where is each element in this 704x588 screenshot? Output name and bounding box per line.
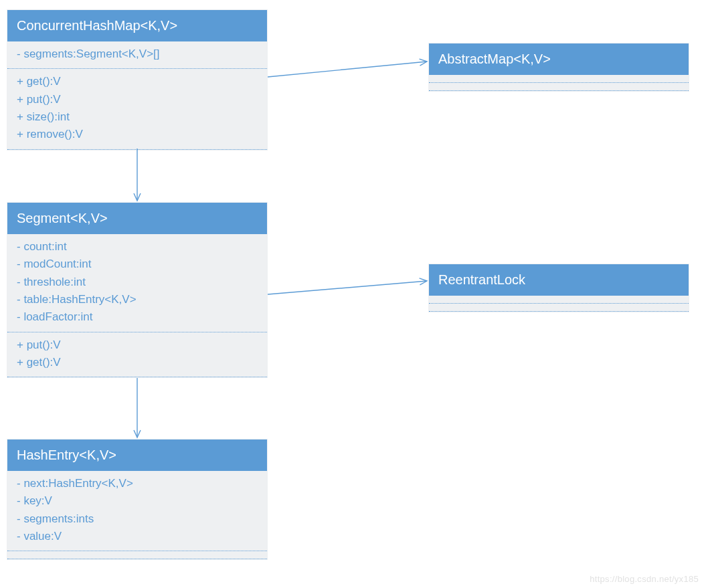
field: - segments:ints [17, 510, 258, 528]
class-hashentry: HashEntry<K,V> - next:HashEntry<K,V> - k… [7, 439, 268, 560]
field: - value:V [17, 528, 258, 545]
methods-compartment: + get():V + put():V + size():int + remov… [7, 69, 267, 149]
arrow-segment-to-reentrantlock [268, 281, 427, 294]
method: + get():V [17, 354, 258, 371]
class-title: Segment<K,V> [7, 203, 267, 234]
fields-compartment [429, 75, 689, 83]
method: + size():int [17, 108, 258, 126]
diagram-canvas: ConcurrentHashMap<K,V> - segments:Segmen… [0, 0, 704, 588]
class-segment: Segment<K,V> - count:int - modCount:int … [7, 202, 268, 378]
field: - key:V [17, 492, 258, 510]
fields-compartment: - count:int - modCount:int - threshole:i… [7, 234, 267, 332]
fields-compartment [429, 296, 689, 304]
field: - table:HashEntry<K,V> [17, 291, 258, 308]
class-title: ConcurrentHashMap<K,V> [7, 10, 267, 41]
class-title: HashEntry<K,V> [7, 439, 267, 471]
methods-compartment: + put():V + get():V [7, 332, 267, 378]
fields-compartment: - segments:Segment<K,V>[] [7, 41, 267, 69]
method: + get():V [17, 73, 258, 90]
methods-compartment [429, 304, 689, 312]
fields-compartment: - next:HashEntry<K,V> - key:V - segments… [7, 471, 267, 551]
field: - count:int [17, 238, 258, 256]
field: - modCount:int [17, 256, 258, 273]
class-title: AbstractMap<K,V> [429, 43, 689, 75]
method: + remove():V [17, 126, 258, 143]
class-abstractmap: AbstractMap<K,V> [428, 43, 689, 92]
class-reentrantlock: ReentrantLock [428, 264, 689, 312]
field: - threshole:int [17, 274, 258, 291]
arrow-chm-to-abstractmap [268, 62, 427, 77]
class-concurrenthashmap: ConcurrentHashMap<K,V> - segments:Segmen… [7, 9, 268, 151]
field: - loadFactor:int [17, 308, 258, 326]
methods-compartment [7, 551, 267, 559]
watermark: https://blog.csdn.net/yx185 [590, 574, 699, 584]
field: - next:HashEntry<K,V> [17, 475, 258, 492]
method: + put():V [17, 91, 258, 108]
methods-compartment [429, 83, 689, 91]
class-title: ReentrantLock [429, 264, 689, 296]
method: + put():V [17, 336, 258, 354]
field: - segments:Segment<K,V>[] [17, 45, 258, 63]
